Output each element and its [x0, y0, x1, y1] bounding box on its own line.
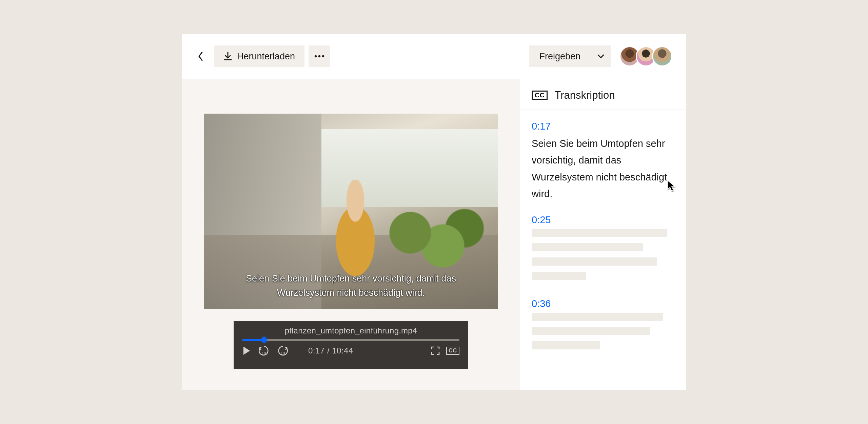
segment-text-placeholder — [532, 229, 674, 280]
captions-toggle-button[interactable]: CC — [446, 347, 459, 355]
svg-point-0 — [315, 55, 317, 57]
transcript-segment[interactable]: 0:17 Seien Sie beim Umtopfen sehr vorsic… — [532, 119, 674, 212]
share-label: Freigeben — [539, 51, 580, 62]
seek-progress — [242, 339, 264, 341]
content-area: Seien Sie beim Umtopfen sehr vorsichtig,… — [182, 79, 686, 390]
transcript-segment[interactable]: 0:36 — [532, 296, 674, 366]
segment-timestamp[interactable]: 0:25 — [532, 214, 674, 226]
download-button[interactable]: Herunterladen — [214, 45, 304, 67]
chevron-left-icon — [198, 51, 204, 61]
current-time: 0:17 — [308, 346, 325, 355]
segment-text: Seien Sie beim Umtopfen sehr vorsichtig,… — [532, 135, 674, 202]
svg-point-2 — [322, 55, 324, 57]
forward-10-button[interactable]: 10 — [277, 345, 289, 356]
forward-amount: 10 — [277, 351, 289, 355]
segment-text-placeholder — [532, 313, 674, 349]
seek-bar[interactable] — [242, 339, 459, 341]
transcript-panel: CC Transkription 0:17 Seien Sie beim Umt… — [520, 79, 686, 390]
app-window: Herunterladen Freigeben — [182, 34, 686, 390]
video-frame[interactable]: Seien Sie beim Umtopfen sehr vorsichtig,… — [204, 114, 498, 309]
transcript-header: CC Transkription — [520, 79, 686, 110]
more-actions-button[interactable] — [309, 45, 330, 67]
cc-icon: CC — [532, 91, 548, 100]
collaborator-avatars — [619, 46, 672, 66]
svg-point-1 — [318, 55, 320, 57]
transcript-title: Transkription — [554, 89, 615, 101]
transcript-segment[interactable]: 0:25 — [532, 212, 674, 296]
total-duration: 10:44 — [332, 346, 353, 355]
toolbar: Herunterladen Freigeben — [182, 34, 686, 79]
seek-thumb[interactable] — [261, 337, 267, 343]
avatar[interactable] — [652, 46, 672, 66]
playback-time: 0:17 / 10:44 — [308, 346, 353, 355]
transcript-segments: 0:17 Seien Sie beim Umtopfen sehr vorsic… — [520, 110, 686, 379]
cc-icon: CC — [446, 347, 459, 355]
fullscreen-button[interactable] — [431, 346, 440, 355]
fullscreen-icon — [431, 346, 440, 355]
share-group: Freigeben — [529, 45, 611, 67]
segment-timestamp[interactable]: 0:17 — [532, 121, 674, 132]
share-dropdown-button[interactable] — [591, 45, 611, 67]
back-button[interactable] — [192, 47, 210, 65]
video-filename: pflanzen_umtopfen_einführung.mp4 — [242, 326, 459, 335]
video-panel: Seien Sie beim Umtopfen sehr vorsichtig,… — [182, 79, 520, 390]
chevron-down-icon — [597, 54, 605, 59]
rewind-amount: 10 — [258, 351, 270, 355]
play-icon — [242, 346, 251, 355]
rewind-10-button[interactable]: 10 — [258, 345, 270, 356]
video-caption: Seien Sie beim Umtopfen sehr vorsichtig,… — [204, 272, 498, 300]
segment-timestamp[interactable]: 0:36 — [532, 298, 674, 309]
ellipsis-icon — [314, 55, 324, 58]
download-icon — [223, 52, 232, 61]
share-button[interactable]: Freigeben — [529, 45, 591, 67]
play-button[interactable] — [242, 346, 251, 355]
download-label: Herunterladen — [237, 51, 295, 62]
video-player-controls: pflanzen_umtopfen_einführung.mp4 10 — [234, 321, 468, 369]
